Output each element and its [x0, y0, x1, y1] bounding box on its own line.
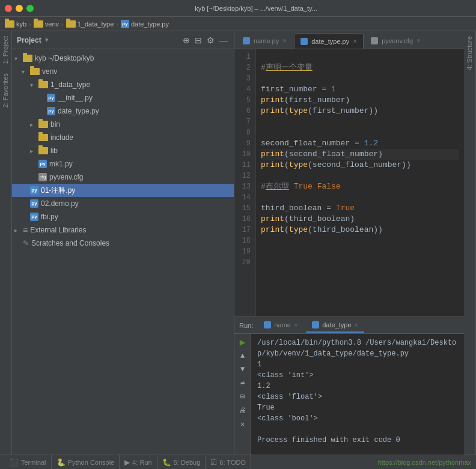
right-labels: 4: Structure [464, 31, 476, 455]
editor-section: name.py × date_type.py × pyvenv.cfg × [234, 31, 464, 455]
code-line-16: print(third_boolean) [261, 214, 459, 225]
debug-icon: 🐛 [162, 458, 171, 467]
clear-button[interactable]: ✕ [239, 419, 246, 430]
status-debug[interactable]: 🐛 5: Debug [157, 455, 206, 469]
breadcrumb-file[interactable]: py date_type.py [121, 20, 169, 28]
py-icon [301, 38, 308, 45]
code-line-8 [261, 127, 459, 138]
run-tab-name[interactable]: name × [258, 318, 304, 333]
breadcrumb-kyb[interactable]: kyb [5, 20, 26, 28]
tree-item-1data[interactable]: ▾ 1_data_type [12, 78, 234, 91]
code-line-18 [261, 235, 459, 246]
print-button[interactable]: 🖨 [238, 405, 248, 416]
status-bar: ⬛ Terminal 🐍 Python Console ▶ 4: Run 🐛 5… [0, 455, 476, 469]
vertical-labels: 1: Project 2: Favorites [0, 31, 12, 455]
output-blank [257, 424, 458, 435]
wrap-button[interactable]: ⇌ [239, 377, 246, 389]
cfg-icon [371, 37, 378, 44]
scroll-down-button[interactable]: ▼ [239, 364, 246, 375]
tree-item-02demo[interactable]: py 02.demo.py [12, 197, 234, 210]
code-line-11: print(type(second_float_number)) [261, 160, 459, 171]
bottom-panel: Run: name × date_type × [234, 316, 464, 455]
tree-item-date-type[interactable]: py date_type.py [12, 104, 234, 118]
folder-icon [38, 121, 48, 128]
tree-item-ext[interactable]: ▸ ≡ External Libraries [12, 223, 234, 237]
status-python-console[interactable]: 🐍 Python Console [52, 455, 120, 469]
tree-item-scratches[interactable]: ✎ Scratches and Consoles [12, 237, 234, 250]
code-line-20 [261, 257, 459, 268]
tree-item-include[interactable]: include [12, 131, 234, 144]
py-icon [243, 37, 250, 44]
py-icon: py [30, 199, 38, 208]
folder-icon [30, 68, 40, 75]
output-cmd: /usr/local/bin/python3.8 /Users/wangkai/… [257, 337, 458, 359]
tab-close-cfg[interactable]: × [416, 37, 421, 45]
run-tab-date-type[interactable]: date_type × [306, 318, 364, 333]
run-icon [264, 321, 271, 328]
tree-item-fbi[interactable]: py fbi.py [12, 210, 234, 223]
status-terminal[interactable]: ⬛ Terminal [5, 455, 52, 469]
close-icon[interactable]: — [218, 34, 229, 46]
tab-pyvenv-cfg[interactable]: pyvenv.cfg × [365, 33, 427, 49]
cfg-icon: cfg [38, 173, 47, 181]
folder-icon [38, 81, 48, 88]
tab-date-type-py[interactable]: date_type.py × [294, 33, 364, 49]
py-icon: py [47, 94, 55, 102]
folder-icon [23, 55, 32, 62]
run-tab-close-date[interactable]: × [355, 321, 358, 328]
tab-name-py[interactable]: name.py × [237, 33, 293, 49]
status-run[interactable]: ▶ 4: Run [120, 455, 157, 469]
folder-icon [38, 147, 48, 154]
tree-item-pyvenv[interactable]: cfg pyvenv.cfg [12, 171, 234, 184]
favorites-label[interactable]: 2: Favorites [0, 68, 11, 112]
tree-item-01zhu[interactable]: py 01-注释.py [12, 184, 234, 197]
line-numbers: 1 2 3 4 5 6 7 8 9 10 11 12 13 14 [234, 49, 256, 316]
folder-icon [66, 20, 76, 28]
scroll-up-button[interactable]: ▲ [239, 351, 246, 362]
settings-icon[interactable]: ⚙ [206, 34, 216, 46]
tree-item-bin[interactable]: ▸ bin [12, 118, 234, 131]
close-button[interactable] [5, 5, 12, 12]
run-icon: ▶ [124, 458, 130, 467]
output-done: Process finished with exit code 0 [257, 435, 458, 446]
tree-item-lib[interactable]: ▸ lib [12, 144, 234, 157]
tab-close-date[interactable]: × [353, 37, 357, 46]
tree-item-init[interactable]: py __init__.py [12, 91, 234, 104]
output-line-5: True [257, 402, 458, 413]
py-icon: py [30, 186, 38, 195]
code-line-1 [261, 52, 459, 62]
csdn-link[interactable]: https://blog.csdn.net/pythonmax [378, 459, 471, 466]
tab-close-name[interactable]: × [282, 37, 287, 45]
status-todo[interactable]: ☑ 6: TODO [206, 455, 251, 469]
tree-item-venv[interactable]: ▾ venv [12, 65, 234, 78]
minimize-button[interactable] [16, 5, 23, 12]
breadcrumb-1data[interactable]: 1_data_type [66, 20, 114, 28]
code-line-17: print(type(third_boolean)) [261, 225, 459, 235]
code-content[interactable]: #声明一个变量 first_number = 1 print(first_num… [256, 49, 464, 316]
sidebar-title: Project [17, 36, 41, 44]
run-play-button[interactable]: ▶ [240, 336, 246, 348]
code-line-5: print(first_number) [261, 95, 459, 106]
maximize-button[interactable] [26, 5, 34, 12]
structure-label[interactable]: 4: Structure [464, 31, 475, 75]
run-tab-close-name[interactable]: × [294, 321, 298, 328]
breadcrumb: kyb › venv › 1_data_type › py date_type.… [0, 17, 476, 31]
tree-item-kyb[interactable]: ▾ kyb ~/Desktop/kyb [12, 52, 234, 65]
code-line-10: print(second_float_number) [261, 149, 459, 160]
output-line-4: <class 'float'> [257, 392, 458, 402]
output-line-3: 1.2 [257, 381, 458, 392]
run-output: /usr/local/bin/python3.8 /Users/wangkai/… [251, 334, 464, 455]
collapse-icon[interactable]: ⊟ [194, 34, 203, 46]
folder-icon [38, 134, 48, 141]
project-label[interactable]: 1: Project [0, 31, 11, 68]
traffic-lights [5, 5, 34, 12]
tab-bar: name.py × date_type.py × pyvenv.cfg × [234, 31, 464, 49]
soft-wrap-button[interactable]: ⊟ [239, 391, 246, 402]
py-icon: py [38, 160, 47, 168]
tree-item-mk1[interactable]: py mk1.py [12, 157, 234, 171]
code-line-14 [261, 192, 459, 203]
file-tree: ▾ kyb ~/Desktop/kyb ▾ venv ▾ 1_data [12, 49, 234, 455]
breadcrumb-venv[interactable]: venv [34, 20, 59, 28]
code-line-3 [261, 73, 459, 84]
locate-icon[interactable]: ⊕ [182, 34, 191, 46]
